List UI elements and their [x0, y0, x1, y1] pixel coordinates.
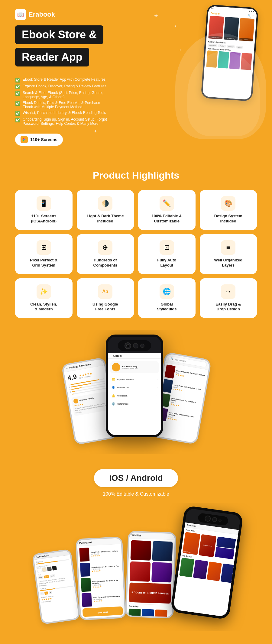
feature-item: ✅ Search & Filter Ebook (Sort, Price, Ra… — [15, 91, 109, 99]
feature-item: ✅ Ebook Details, Paid & Free Ebooks, & P… — [15, 101, 109, 109]
editable-icon: ✏️ — [160, 196, 174, 211]
highlight-card-theme: 🌗 Light & Dark Theme Included — [77, 190, 134, 230]
check-icon: ✅ — [15, 101, 20, 106]
theme-icon: 🌗 — [98, 196, 112, 211]
highlight-label: Easily Drag &Drop Design — [215, 302, 241, 312]
check-icon: ✅ — [15, 84, 20, 89]
check-icon: ✅ — [15, 78, 20, 83]
hero-title-line2: Reader App — [15, 48, 89, 66]
logo-text: Erabook — [28, 11, 55, 18]
logo-icon: 📖 — [15, 9, 26, 20]
purchased-phone: Purchased Harry Potter & the Deathly Hal… — [76, 536, 127, 620]
feature-item: ✅ Onboarding, Sign up, Sign in, Account … — [15, 117, 109, 126]
highlight-card-design-system: 🎨 Design SystemIncluded — [200, 190, 257, 230]
screens-badge: 110+ Screens — [15, 134, 63, 146]
highlight-label: Pixel Perfect &Grid System — [30, 258, 57, 268]
highlight-card-screens: 📱 110+ Screens(iOS/Android) — [15, 190, 73, 230]
highlight-label: Well OrganizedLayers — [214, 258, 242, 268]
platform-subtitle: 100% Editable & Customizable — [15, 491, 257, 497]
screens-icon: 📱 — [37, 196, 51, 211]
figma-icon — [21, 136, 28, 143]
sparkle-icon: ✦ — [154, 12, 159, 19]
bottom-phones-group: The Harry Lover Brightness Background Co… — [6, 509, 266, 616]
styleguide-icon: 🌐 — [160, 284, 174, 299]
reader-phone: The Harry Lover Brightness Background Co… — [32, 549, 80, 625]
highlight-card-drag: ↔ Easily Drag &Drop Design — [200, 278, 257, 318]
highlight-card-layers: ≡ Well OrganizedLayers — [200, 234, 257, 274]
hero-title-line1: Ebook Store & — [15, 25, 103, 44]
highlights-title: Product Highlights — [15, 170, 257, 181]
drag-icon: ↔ — [221, 284, 235, 299]
platform-section: iOS / Android 100% Editable & Customizab… — [0, 454, 272, 503]
design-system-icon: 🎨 — [221, 196, 235, 211]
feature-item: ✅ Wishlist, Purchased Library, & Ebook R… — [15, 111, 109, 116]
highlight-card-clean: ✨ Clean, Stylish,& Modern — [15, 278, 73, 318]
highlight-card-pixel: ⊞ Pixel Perfect &Grid System — [15, 234, 73, 274]
highlight-card-components: ⊕ Hundreds ofComponents — [77, 234, 134, 274]
highlight-label: Using GoogleFree Fonts — [92, 302, 118, 312]
highlight-card-editable: ✏️ 100% Editable &Customizable — [138, 190, 196, 230]
wishlist-phone: Wishlist A COURT OF THORNS & ROSES Top S… — [125, 531, 176, 619]
check-icon: ✅ — [15, 91, 20, 96]
highlight-card-styleguide: 🌐 GlobalStyleguide — [138, 278, 196, 318]
dark-center-phone: ← Account Andrew Acaley andrew@example.c… — [106, 335, 163, 437]
highlights-grid: 📱 110+ Screens(iOS/Android) 🌗 Light & Da… — [15, 190, 257, 318]
phones-showcase: ← Ratings & Reviews 4.9 ★★★★★ (6.8k revi… — [0, 330, 272, 454]
check-icon: ✅ — [15, 111, 20, 116]
highlight-label: Hundreds ofComponents — [93, 258, 117, 268]
components-icon: ⊕ — [98, 240, 112, 255]
platform-badge: iOS / Android — [94, 469, 178, 487]
fonts-icon: Aa — [98, 284, 112, 299]
sparkle-icon: ✦ — [94, 129, 97, 134]
check-icon: ✅ — [15, 118, 20, 122]
clean-icon: ✨ — [37, 284, 51, 299]
highlight-label: Fully AutoLayout — [157, 258, 176, 268]
hero-hands-illustration — [163, 0, 272, 139]
layers-icon: ≡ — [221, 240, 235, 255]
bottom-phones-section: The Harry Lover Brightness Background Co… — [0, 503, 272, 631]
highlight-card-fonts: Aa Using GoogleFree Fonts — [77, 278, 134, 318]
highlight-label: Design SystemIncluded — [214, 214, 242, 224]
feature-item: ✅ Explore Ebook, Discover, Rating & Revi… — [15, 84, 109, 89]
pixel-icon: ⊞ — [37, 240, 51, 255]
highlight-card-autolayout: ⊡ Fully AutoLayout — [138, 234, 196, 274]
hero-section: ✦ ✦ ✦ ✦ 📖 Erabook Ebook Store & Reader A… — [0, 0, 272, 158]
dark-android-phone: Discover Top Charts Harry Potter A Court… — [170, 506, 244, 620]
feature-item: ✅ Ebook Store & Reader App with Complete… — [15, 77, 109, 83]
highlight-label: Light & Dark Theme Included — [81, 214, 130, 224]
highlight-label: Clean, Stylish,& Modern — [30, 302, 57, 312]
phones-group: ← Ratings & Reviews 4.9 ★★★★★ (6.8k revi… — [6, 339, 266, 448]
highlights-section: Product Highlights 📱 110+ Screens(iOS/An… — [0, 158, 272, 330]
autolayout-icon: ⊡ — [160, 240, 174, 255]
highlight-label: 100% Editable &Customizable — [152, 214, 182, 224]
screens-count: 110+ Screens — [30, 137, 57, 142]
highlight-label: GlobalStyleguide — [157, 302, 177, 312]
highlight-label: 110+ Screens(iOS/Android) — [31, 214, 57, 224]
